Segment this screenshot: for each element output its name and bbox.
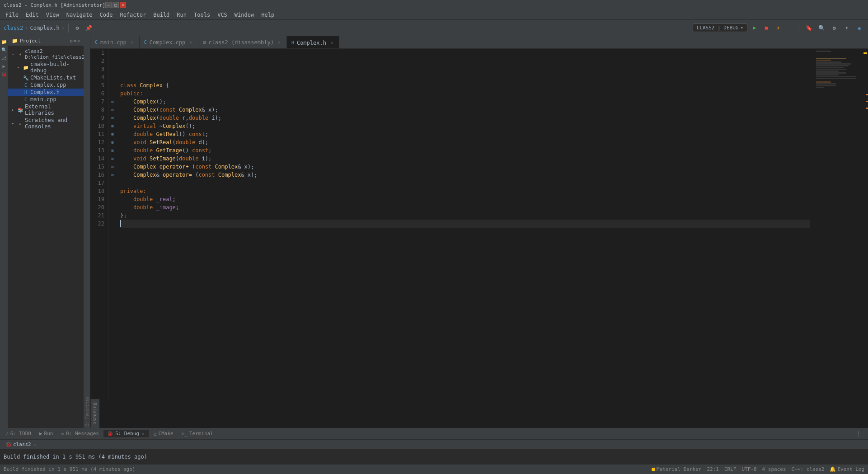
status-event-log[interactable]: 🔔 Event Log bbox=[830, 466, 864, 472]
tab-disassembly[interactable]: ⊞ class2 (disassembly) ✕ bbox=[198, 36, 287, 48]
menu-navigate[interactable]: Navigate bbox=[63, 10, 96, 19]
terminal-label: Terminal bbox=[189, 431, 213, 436]
tree-item-scratches[interactable]: ▸ ✏ Scratches and Consoles bbox=[8, 117, 84, 130]
run-config-selector[interactable]: CLASS2 | DEBUG ▾ bbox=[693, 23, 747, 32]
tab-close-complex-cpp[interactable]: ✕ bbox=[188, 40, 193, 45]
toolbar-update-btn[interactable]: ⬆ bbox=[842, 23, 852, 33]
run-sidebar-icon[interactable]: ▶ bbox=[0, 62, 8, 70]
bottom-panel-more-icon[interactable]: ⋮ bbox=[856, 431, 861, 437]
tab-close-main[interactable]: ✕ bbox=[129, 40, 135, 45]
project-layout-icon[interactable]: ≡ bbox=[74, 38, 76, 43]
bottom-tab-cmake[interactable]: △ CMake bbox=[150, 430, 177, 437]
project-settings-icon[interactable]: ⚙ bbox=[70, 38, 73, 43]
menu-vcs[interactable]: VCS bbox=[214, 10, 231, 19]
menu-run[interactable]: Run bbox=[173, 10, 190, 19]
database-label[interactable]: Database bbox=[91, 399, 99, 428]
minimize-button[interactable]: — bbox=[105, 2, 112, 8]
more-run-btn[interactable]: ⋮ bbox=[785, 23, 794, 33]
status-theme[interactable]: Material Darker bbox=[652, 466, 701, 472]
gutter-7[interactable]: ⊞ bbox=[108, 98, 117, 106]
status-charset[interactable]: UTF-8 bbox=[741, 466, 756, 472]
run-button[interactable]: ▶ bbox=[750, 23, 759, 33]
code-editor[interactable]: 1 2 3 4 5 6 7 8 9 10 11 12 13 14 15 16 1… bbox=[90, 49, 868, 399]
menu-view[interactable]: View bbox=[42, 10, 63, 19]
tree-item-external-libs[interactable]: ▸ 📚 External Libraries bbox=[8, 103, 84, 117]
rerun-button[interactable]: ↺ bbox=[774, 23, 783, 33]
maximize-button[interactable]: □ bbox=[113, 2, 119, 8]
toolbar-gear-btn[interactable]: ⚙ bbox=[829, 23, 839, 33]
line-num-9: 9 bbox=[90, 114, 104, 122]
toolbar-bookmark-btn[interactable]: 🔖 bbox=[804, 23, 814, 33]
gutter-10[interactable]: ⊞ bbox=[108, 122, 117, 130]
menu-edit[interactable]: Edit bbox=[22, 10, 42, 19]
tab-close-disasm[interactable]: ✕ bbox=[277, 40, 282, 45]
git-icon[interactable]: ⎇ bbox=[0, 54, 8, 61]
status-line-separator[interactable]: CRLF bbox=[724, 466, 737, 472]
menu-refactor[interactable]: Refactor bbox=[116, 10, 150, 19]
bottom-tab-messages[interactable]: ✉ 0: Messages bbox=[57, 430, 102, 437]
tree-item-main-cpp[interactable]: C main.cpp bbox=[8, 96, 84, 103]
tree-folder-cmake-icon: 📁 bbox=[23, 64, 29, 70]
gutter-15[interactable]: ⊞ bbox=[108, 163, 117, 171]
toolbar-search-btn[interactable]: 🔍 bbox=[816, 23, 826, 33]
menu-code[interactable]: Code bbox=[96, 10, 117, 19]
right-tool-strip: Database bbox=[90, 399, 99, 428]
tree-cpp-icon: C bbox=[23, 82, 29, 88]
gutter-16[interactable]: ⊞ bbox=[108, 171, 117, 179]
project-panel-header: 📁 Project ⚙ ≡ ✕ bbox=[8, 36, 84, 46]
tab-main-cpp[interactable]: C main.cpp ✕ bbox=[90, 36, 140, 48]
menu-build[interactable]: Build bbox=[150, 10, 173, 19]
build-status-text: Build finished in 1 s 951 ms (4 minutes … bbox=[4, 466, 135, 472]
tab-complex-h[interactable]: H Complex.h ✕ bbox=[287, 36, 339, 48]
gutter-9[interactable]: ⊞ bbox=[108, 114, 117, 122]
bottom-tab-debug[interactable]: 🐞 5: Debug ✕ bbox=[103, 430, 149, 437]
menu-file[interactable]: File bbox=[2, 10, 22, 19]
tab-close-complex-h[interactable]: ✕ bbox=[329, 40, 334, 46]
tab-complex-cpp[interactable]: C Complex.cpp ✕ bbox=[140, 36, 199, 48]
tree-item-cmakelists[interactable]: 🔧 CMakeLists.txt bbox=[8, 74, 84, 81]
code-line-5: class Complex { bbox=[120, 81, 810, 89]
status-indent[interactable]: 4 spaces bbox=[762, 466, 786, 472]
tree-item-cmake-build[interactable]: ▸ 📁 cmake-build-debug bbox=[8, 61, 84, 74]
debug-session-tab[interactable]: 🐞 class2 ✕ bbox=[4, 441, 39, 448]
minimap[interactable] bbox=[814, 49, 868, 399]
menu-tools[interactable]: Tools bbox=[190, 10, 214, 19]
line-num-14: 14 bbox=[90, 155, 104, 163]
menu-help[interactable]: Help bbox=[258, 10, 278, 19]
toolbar-settings-btn[interactable]: ⚙ bbox=[72, 23, 82, 33]
debug-label: 5: Debug bbox=[115, 431, 139, 436]
favorites-label[interactable]: 2: Favorites bbox=[85, 397, 89, 426]
code-content[interactable]: class Complex { public: Complex(); Compl… bbox=[117, 49, 814, 399]
project-close-icon[interactable]: ✕ bbox=[77, 38, 80, 43]
gutter-14[interactable]: ⊞ bbox=[108, 155, 117, 163]
status-language[interactable]: C++: class2 bbox=[792, 466, 825, 472]
tab-icon-main: C bbox=[95, 40, 98, 45]
line-num-7: 7 bbox=[90, 98, 104, 106]
tree-item-complex-h[interactable]: H Complex.h bbox=[8, 89, 84, 96]
gutter-11[interactable]: ⊞ bbox=[108, 130, 117, 138]
status-position[interactable]: 22:1 bbox=[707, 466, 719, 472]
gutter-12[interactable]: ⊞ bbox=[108, 138, 117, 146]
toolbar-pin-btn[interactable]: 📌 bbox=[84, 23, 94, 33]
bottom-tab-run[interactable]: ▶ Run bbox=[36, 430, 57, 437]
gutter-8[interactable]: ⊞ bbox=[108, 106, 117, 114]
search-icon[interactable]: 🔍 bbox=[0, 46, 8, 53]
stop-button[interactable]: ■ bbox=[762, 23, 771, 33]
bottom-tab-todo[interactable]: ✓ 6: TODO bbox=[2, 430, 35, 437]
bottom-panel-minimize-icon[interactable]: — bbox=[863, 431, 866, 437]
gutter-18 bbox=[108, 187, 117, 195]
close-button[interactable]: ✕ bbox=[120, 2, 126, 8]
tree-item-complex-cpp[interactable]: C Complex.cpp bbox=[8, 81, 84, 89]
position-text: 22:1 bbox=[707, 466, 719, 472]
debug-session-close[interactable]: ✕ bbox=[33, 442, 37, 447]
line-num-21: 21 bbox=[90, 211, 104, 220]
project-icon[interactable]: 📁 bbox=[0, 38, 8, 45]
menu-window[interactable]: Window bbox=[231, 10, 258, 19]
debug-sidebar-icon[interactable]: 🐞 bbox=[0, 70, 8, 78]
breadcrumb-project[interactable]: class2 bbox=[4, 25, 23, 31]
gutter-13[interactable]: ⊞ bbox=[108, 146, 117, 155]
bottom-tab-terminal[interactable]: >_ Terminal bbox=[178, 430, 217, 437]
tree-item-project-root[interactable]: ▾ ⚡ class2 D:\clion_file\class2 bbox=[8, 48, 84, 61]
debug-tab-close[interactable]: ✕ bbox=[141, 432, 145, 436]
breadcrumb-file[interactable]: Complex.h bbox=[30, 25, 60, 31]
